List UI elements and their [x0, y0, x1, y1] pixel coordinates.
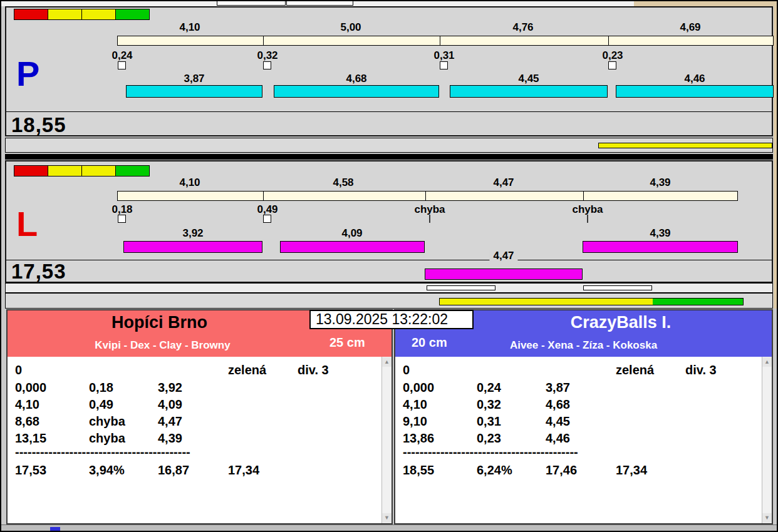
green-light-icon [115, 9, 150, 20]
lane-letter-p: P [16, 56, 39, 91]
start-time: chyba [89, 431, 125, 446]
start-sensor-checkbox[interactable] [118, 61, 126, 69]
dog-time-label: 4,68 [346, 73, 366, 85]
cumulative-time: 13,86 [403, 431, 434, 446]
dog-run-bar [450, 85, 608, 98]
split-time-label: 4,47 [493, 176, 514, 189]
start-time-label: 0,23 [602, 49, 623, 62]
taskbar-chip[interactable] [50, 527, 60, 532]
start-error-label: chyba [572, 203, 603, 216]
start-time-label: 0,32 [257, 49, 277, 62]
start-error-label: chyba [414, 203, 445, 216]
lane-total-time: 18,55 [11, 114, 66, 136]
team-dogs: Aivee - Xena - Zíza - Kokoska [395, 339, 772, 352]
error-tick-mark [429, 215, 430, 223]
dog-run-bar [123, 241, 262, 253]
total-time: 18,55 [403, 463, 434, 478]
red-light-icon [14, 165, 48, 176]
division: div. 3 [685, 363, 717, 377]
team-name: CrazyBalls I. [474, 313, 768, 332]
team-dogs: Kvipi - Dex - Clay - Browny [8, 339, 318, 352]
yellow-light-icon [48, 9, 82, 20]
scroll-up-icon[interactable]: ▲ [382, 357, 392, 367]
dog-time-label: 4,09 [341, 227, 362, 240]
scroll-down-icon[interactable]: ▼ [762, 513, 772, 523]
p-progress-strip [5, 138, 773, 153]
dog-time: 4,45 [546, 414, 570, 429]
clock: 13.09.2025 13:22:02 [309, 310, 474, 329]
dog-time-label: 3,87 [184, 73, 204, 85]
window-tab[interactable] [217, 0, 286, 6]
lane-total-time: 17,53 [11, 260, 66, 283]
run-number: 0 [15, 363, 22, 377]
split-time-label: 4,10 [179, 176, 200, 189]
cumulative-time: 13,15 [15, 431, 46, 446]
start-lights [14, 165, 149, 176]
start-sensor-checkbox[interactable] [608, 61, 616, 69]
progress-green-segment [653, 299, 743, 305]
net-time: 16,87 [158, 463, 189, 478]
dog-run-bar [126, 85, 262, 98]
start-sensor-checkbox[interactable] [440, 61, 448, 69]
split-time-label: 4,39 [650, 176, 670, 189]
cumulative-time: 9,10 [403, 414, 427, 429]
start-sensor-checkbox[interactable] [263, 61, 271, 69]
background-window-strip [634, 0, 778, 6]
start-time-label: 0,24 [112, 49, 132, 62]
separator-dashes: ----------------------------------------… [15, 445, 190, 459]
bottom-strip [0, 524, 778, 532]
split-time-label: 5,00 [340, 21, 361, 34]
yellow-light-icon [81, 165, 116, 176]
start-time: 0,24 [477, 381, 501, 395]
dog-time: 4,39 [158, 431, 182, 446]
window-tab[interactable] [286, 0, 353, 6]
dog-run-bar [280, 241, 425, 253]
dog-time: 3,87 [546, 381, 570, 395]
jump-height-badge: 20 cm [412, 335, 447, 350]
l-progress-strip [5, 293, 773, 309]
yellow-light-icon [81, 9, 116, 20]
start-sensor-checkbox[interactable] [263, 215, 271, 223]
total-time: 17,53 [15, 463, 46, 478]
dog-time: 4,09 [158, 397, 182, 412]
dog-time: 3,92 [158, 381, 182, 395]
best-time: 17,34 [228, 463, 259, 478]
error-tick-mark [587, 215, 588, 223]
team-name: Hopíci Brno [8, 313, 311, 332]
left-results: 0 zelená div. 3 0,000 0,18 3,92 4,10 0,4… [8, 357, 392, 523]
rerun-time-label: 4,47 [489, 250, 517, 262]
dog-run-bar [274, 85, 439, 98]
dog-time: 4,68 [546, 397, 570, 412]
start-sensor-checkbox[interactable] [118, 215, 126, 223]
start-time: chyba [89, 414, 125, 429]
lane-panel-p: 4,10 5,00 4,76 4,69 0,24 0,32 0,31 0,23 … [5, 6, 773, 136]
cumulative-time-bar [117, 191, 738, 201]
start-time: 0,31 [477, 414, 501, 429]
light-state: zelená [228, 363, 266, 377]
dog-time-label: 4,45 [518, 73, 539, 85]
dog-time-label: 3,92 [182, 227, 203, 240]
light-state: zelená [616, 363, 654, 377]
cumulative-time: 4,10 [403, 397, 427, 412]
marker-bar [583, 285, 652, 290]
dog-time-label: 4,39 [650, 227, 670, 240]
split-time-label: 4,10 [179, 21, 200, 34]
cumulative-time-bar [117, 36, 774, 46]
lane-divider [5, 154, 773, 160]
right-team-panel: CrazyBalls I. Aivee - Xena - Zíza - Koko… [394, 309, 773, 524]
dog-run-bar [583, 241, 738, 253]
error-percent: 3,94% [89, 463, 125, 478]
start-time: 0,32 [477, 397, 501, 412]
scrollbar[interactable]: ▲ ▼ [762, 357, 772, 523]
red-light-icon [14, 9, 48, 20]
start-time: 0,18 [89, 381, 113, 395]
background-window-edge [774, 0, 778, 309]
start-time-label: 0,49 [257, 203, 277, 216]
start-time: 0,23 [477, 431, 501, 446]
scroll-down-icon[interactable]: ▼ [382, 513, 392, 523]
split-time-label: 4,69 [680, 21, 700, 34]
scroll-up-icon[interactable]: ▲ [762, 357, 772, 367]
cumulative-time: 0,000 [15, 381, 46, 395]
yellow-light-icon [48, 165, 82, 176]
scrollbar[interactable]: ▲ ▼ [381, 357, 392, 523]
